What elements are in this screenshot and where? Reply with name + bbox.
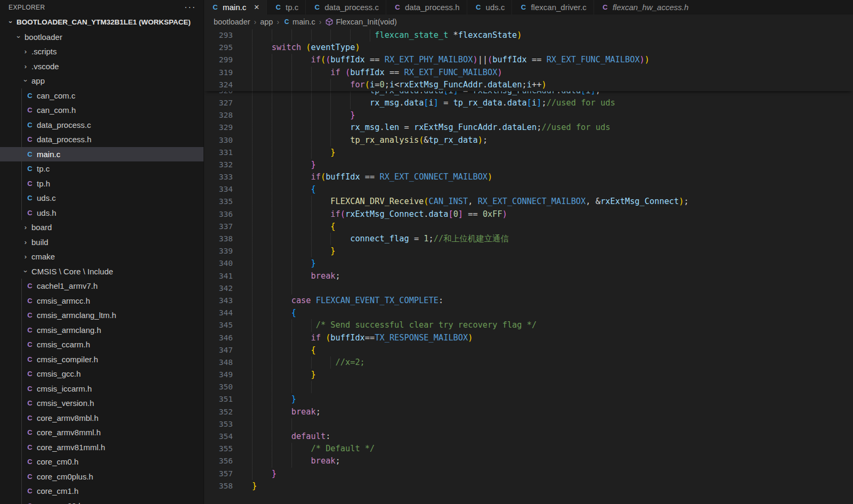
tree-item-cmsis-gcc.h[interactable]: Ccmsis_gcc.h <box>0 367 204 381</box>
code-line-327[interactable]: 327rx_msg.data[i] = tp_rx_data.data[i];/… <box>204 97 853 109</box>
code-line-352[interactable]: 352break; <box>204 406 853 418</box>
more-actions-icon[interactable]: ··· <box>184 5 196 10</box>
code-line-326[interactable]: 326tp_rx_data.data[i] = rxExtMsg_FuncAdd… <box>204 91 853 97</box>
tree-item-core-cm1.h[interactable]: Ccore_cm1.h <box>0 484 204 499</box>
code-line-337[interactable]: 337{ <box>204 221 853 233</box>
close-icon[interactable]: ✕ <box>254 3 259 11</box>
tab-flexcan_hw_access.h[interactable]: Cflexcan_hw_access.h <box>594 0 853 14</box>
code-line-330[interactable]: 330tp_rx_analysis(&tp_rx_data); <box>204 134 853 147</box>
tab-main.c[interactable]: Cmain.c✕ <box>204 0 267 14</box>
tree-item-data-process.h[interactable]: Cdata_process.h <box>0 132 204 147</box>
code-line-345[interactable]: 345/* Send successful clear try recovery… <box>204 319 853 331</box>
code-line-332[interactable]: 332} <box>204 159 853 171</box>
tab-uds.c[interactable]: Cuds.c <box>467 0 513 14</box>
tree-item-cmsis-ccarm.h[interactable]: Ccmsis_ccarm.h <box>0 337 204 352</box>
code-line-339[interactable]: 339} <box>204 245 853 257</box>
line-content: rx_msg.data[i] = tp_rx_data.data[i];//us… <box>252 97 615 109</box>
c-file-icon: C <box>474 3 483 11</box>
tree-item-board[interactable]: ›board <box>0 220 204 235</box>
tree-item-label: main.c <box>37 150 60 159</box>
tree-item-label: bootloader <box>25 32 62 42</box>
code-line-334[interactable]: 334{ <box>204 183 853 196</box>
tree-item-can-com.h[interactable]: Ccan_com.h <box>0 103 204 118</box>
tree-item-cmake[interactable]: ›cmake <box>0 249 204 264</box>
code-line-350[interactable]: 350 <box>204 381 853 393</box>
line-number: 346 <box>204 332 233 344</box>
code-line-356[interactable]: 356break; <box>204 455 853 467</box>
tree-item-main.c[interactable]: Cmain.c <box>0 147 204 162</box>
tree-item-cmsis-core-include[interactable]: ›CMSIS \ Core \ Include <box>0 264 204 279</box>
breadcrumb-item-bootloader[interactable]: bootloader <box>214 18 250 26</box>
code-line-293[interactable]: 293flexcan_state_t *flexcanState) <box>204 29 853 42</box>
sticky-scroll[interactable]: 293flexcan_state_t *flexcanState)295swit… <box>204 29 853 91</box>
file-tree: ›BOOTLOADER_CAN_YTM32B1LE1 (WORKSPACE)›b… <box>0 15 204 504</box>
tree-item-tp.c[interactable]: Ctp.c <box>0 161 204 176</box>
tree-item-data-process.c[interactable]: Cdata_process.c <box>0 118 204 133</box>
tab-data_process.h[interactable]: Cdata_process.h <box>386 0 467 14</box>
code-line-349[interactable]: 349} <box>204 369 853 381</box>
c-file-icon: C <box>274 3 282 11</box>
tree-item-core-cm23.h[interactable]: Ccore_cm23.h <box>0 499 204 504</box>
tree-item-cmsis-armclang.h[interactable]: Ccmsis_armclang.h <box>0 323 204 338</box>
tree-item-cmsis-armcc.h[interactable]: Ccmsis_armcc.h <box>0 294 204 308</box>
c-file-icon: C <box>26 355 34 363</box>
code-line-346[interactable]: 346if (buffIdx==TX_RESPONSE_MAILBOX) <box>204 332 853 344</box>
code-line-347[interactable]: 347{ <box>204 344 853 356</box>
tree-item-bootloader-can-ytm32b1le1-workspace-[interactable]: ›BOOTLOADER_CAN_YTM32B1LE1 (WORKSPACE) <box>0 15 204 30</box>
code-line-348[interactable]: 348//x=2; <box>204 356 853 369</box>
code-line-341[interactable]: 341break; <box>204 270 853 282</box>
code-line-335[interactable]: 335FLEXCAN_DRV_Receive(CAN_INST, RX_EXT_… <box>204 196 853 208</box>
c-file-icon: C <box>26 135 34 143</box>
tree-item-uds.h[interactable]: Cuds.h <box>0 206 204 221</box>
tree-item-app[interactable]: ›app <box>0 74 204 88</box>
tree-item-.vscode[interactable]: ›.vscode <box>0 59 204 74</box>
tree-item-can-com.c[interactable]: Ccan_com.c <box>0 88 204 103</box>
code-line-354[interactable]: 354default: <box>204 430 853 443</box>
code-line-338[interactable]: 338connect_flag = 1;//和上位机建立通信 <box>204 233 853 245</box>
code-line-344[interactable]: 344{ <box>204 307 853 319</box>
code-line-358[interactable]: 358} <box>204 480 853 492</box>
code-line-333[interactable]: 333if(buffIdx == RX_EXT_CONNECT_MAILBOX) <box>204 171 853 183</box>
breadcrumb-item-app[interactable]: app <box>260 18 273 26</box>
tree-item-core-armv8mbl.h[interactable]: Ccore_armv8mbl.h <box>0 411 204 426</box>
code-line-355[interactable]: 355/* Default */ <box>204 443 853 455</box>
tab-label: flexcan_hw_access.h <box>613 3 689 12</box>
code-line-336[interactable]: 336if(rxExtMsg_Connect.data[0] == 0xFF) <box>204 208 853 221</box>
code-line-331[interactable]: 331} <box>204 147 853 159</box>
tree-item-cachel1-armv7.h[interactable]: Ccachel1_armv7.h <box>0 279 204 294</box>
tree-item-core-cm0.h[interactable]: Ccore_cm0.h <box>0 454 204 469</box>
tree-item-cmsis-iccarm.h[interactable]: Ccmsis_iccarm.h <box>0 381 204 396</box>
tree-item-build[interactable]: ›build <box>0 235 204 250</box>
tree-item-cmsis-version.h[interactable]: Ccmsis_version.h <box>0 396 204 411</box>
tree-item-core-armv81mml.h[interactable]: Ccore_armv81mml.h <box>0 440 204 455</box>
tab-data_process.c[interactable]: Cdata_process.c <box>306 0 386 14</box>
breadcrumb-item-flexcan-init-void-[interactable]: Flexcan_Init(void) <box>325 18 396 26</box>
code-line-353[interactable]: 353 <box>204 418 853 430</box>
code-line-343[interactable]: 343case FLEXCAN_EVENT_TX_COMPLETE: <box>204 295 853 307</box>
code-line-319[interactable]: 319if (buffIdx == RX_EXT_FUNC_MAILBOX) <box>204 67 853 79</box>
tree-item-core-cm0plus.h[interactable]: Ccore_cm0plus.h <box>0 469 204 484</box>
tree-item-tp.h[interactable]: Ctp.h <box>0 176 204 191</box>
tree-item-uds.c[interactable]: Cuds.c <box>0 191 204 206</box>
code-line-351[interactable]: 351} <box>204 393 853 405</box>
tab-flexcan_driver.c[interactable]: Cflexcan_driver.c <box>512 0 594 14</box>
code-line-328[interactable]: 328} <box>204 109 853 121</box>
tree-item-.scripts[interactable]: ›.scripts <box>0 44 204 59</box>
tree-item-core-armv8mml.h[interactable]: Ccore_armv8mml.h <box>0 425 204 440</box>
code-line-340[interactable]: 340} <box>204 257 853 270</box>
code-line-342[interactable]: 342 <box>204 282 853 295</box>
code-editor[interactable]: 293flexcan_state_t *flexcanState)295swit… <box>204 29 853 504</box>
tree-item-cmsis-compiler.h[interactable]: Ccmsis_compiler.h <box>0 352 204 367</box>
line-content: } <box>252 393 296 405</box>
code-line-329[interactable]: 329rx_msg.len = rxExtMsg_FuncAddr.dataLe… <box>204 121 853 134</box>
tab-tp.c[interactable]: Ctp.c <box>267 0 306 14</box>
code-line-295[interactable]: 295switch (eventType) <box>204 42 853 54</box>
breadcrumb-item-main.c[interactable]: Cmain.c <box>283 18 315 26</box>
code-line-357[interactable]: 357} <box>204 468 853 480</box>
code-line-299[interactable]: 299if((buffIdx == RX_EXT_PHY_MAILBOX)||(… <box>204 54 853 66</box>
c-file-icon: C <box>26 165 34 173</box>
tree-item-bootloader[interactable]: ›bootloader <box>0 30 204 45</box>
tree-item-cmsis-armclang-ltm.h[interactable]: Ccmsis_armclang_ltm.h <box>0 308 204 323</box>
c-file-icon: C <box>26 458 34 466</box>
code-line-324[interactable]: 324for(i=0;i<rxExtMsg_FuncAddr.dataLen;i… <box>204 79 853 91</box>
